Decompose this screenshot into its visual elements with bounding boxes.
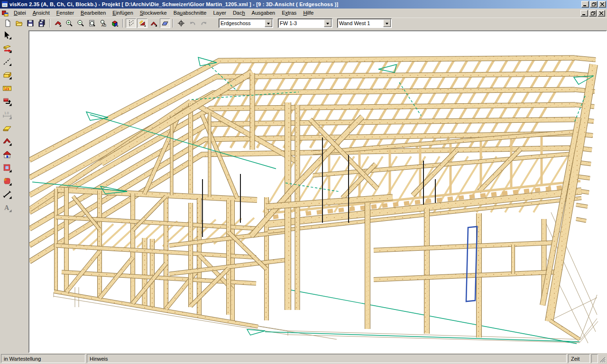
wall-combobox[interactable]: Wand West 1: [337, 18, 392, 28]
zoom-in-button[interactable]: [64, 18, 74, 28]
storey-value: Erdgeschoss: [219, 20, 264, 26]
svg-text:A: A: [4, 204, 9, 211]
roof-surfaces-button[interactable]: [160, 18, 170, 28]
save-all-button[interactable]: [37, 18, 47, 28]
menu-bar: Datei Ansicht Fenster Bearbeiten Einfüge…: [0, 9, 607, 18]
mdi-child-icon: [2, 10, 9, 17]
chevron-down-icon[interactable]: [383, 19, 391, 27]
menu-dach[interactable]: Dach: [230, 9, 248, 17]
application-window: visKon 2.35 (A, B, Ch, Ci, Blockb.) - Pr…: [0, 0, 607, 364]
menu-extras[interactable]: Extras: [278, 9, 300, 17]
chevron-down-icon[interactable]: [324, 19, 331, 27]
storey-combobox[interactable]: Erdgeschoss: [219, 18, 273, 28]
svg-text:1.0: 1.0: [4, 111, 9, 115]
menu-fenster[interactable]: Fenster: [53, 9, 77, 17]
menu-datei[interactable]: Datei: [10, 9, 29, 17]
svg-text:AΩ: AΩ: [101, 24, 106, 27]
menu-einfuegen[interactable]: Einfügen: [109, 9, 136, 17]
mdi-minimize-button[interactable]: [580, 10, 588, 17]
resize-grip[interactable]: [599, 354, 606, 363]
undo-button[interactable]: [187, 18, 198, 28]
menu-ausgaben[interactable]: Ausgaben: [248, 9, 279, 17]
mdi-close-button[interactable]: [598, 10, 605, 17]
frame-combobox[interactable]: FW 1-3: [278, 18, 332, 28]
status-extra: [591, 354, 598, 363]
text-tool-button[interactable]: A: [1, 202, 13, 213]
title-bar: visKon 2.35 (A, B, Ch, Ci, Blockb.) - Pr…: [0, 0, 607, 9]
construction-line-tool-button[interactable]: [1, 56, 13, 67]
chevron-down-icon[interactable]: [265, 19, 272, 27]
center-view-button[interactable]: [176, 18, 186, 28]
move-beam-tool-button[interactable]: [1, 96, 13, 107]
redo-button[interactable]: [199, 18, 209, 28]
surface-hatch-tool-button[interactable]: [1, 162, 13, 173]
insulation-tool-button[interactable]: [1, 175, 13, 187]
zoom-out-button[interactable]: [75, 18, 86, 28]
status-bar: in Wartestellung Hinweis Zeit: [0, 353, 607, 364]
select-tool-button[interactable]: [1, 29, 13, 41]
view-3d-button[interactable]: [110, 18, 120, 28]
frame-value: FW 1-3: [278, 20, 323, 26]
restore-button[interactable]: [590, 1, 598, 8]
roof-tool-button[interactable]: [1, 136, 13, 147]
menu-stockwerke[interactable]: Stockwerke: [137, 9, 170, 17]
menu-ansicht[interactable]: Ansicht: [29, 9, 53, 17]
line-tool-button[interactable]: [1, 189, 13, 200]
minimize-button[interactable]: [581, 1, 589, 8]
walls-visibility-button[interactable]: [126, 18, 136, 28]
toolbar-separator: [49, 19, 50, 27]
status-mode: in Wartestellung: [1, 354, 85, 363]
svg-text:123: 123: [4, 87, 9, 91]
3d-viewport[interactable]: [28, 30, 607, 353]
roof-section-button[interactable]: [53, 18, 63, 28]
beam-3d-tool-button[interactable]: [1, 69, 13, 81]
mdi-restore-button[interactable]: [589, 10, 597, 17]
status-time: Zeit: [568, 354, 590, 363]
menu-bearbeiten[interactable]: Bearbeiten: [77, 9, 109, 17]
insert-beam-tool-button[interactable]: [1, 43, 13, 54]
menu-hilfe[interactable]: Hilfe: [300, 9, 317, 17]
3d-canvas[interactable]: [29, 31, 606, 352]
dimension-tool-button[interactable]: 1.0: [1, 109, 13, 120]
status-hint: Hinweis: [87, 354, 567, 363]
menu-layer[interactable]: Layer: [210, 9, 230, 17]
save-button[interactable]: [25, 18, 36, 28]
open-button[interactable]: [14, 18, 24, 28]
tool-palette: 123 1.0 A: [0, 28, 14, 353]
window-title: visKon 2.35 (A, B, Ch, Ci, Blockb.) - Pr…: [9, 1, 579, 7]
main-toolbar: AΩ Erdgeschoss FW 1-3 Wand West 1: [0, 18, 607, 28]
roof-light-button[interactable]: [137, 18, 147, 28]
menu-bauabschnitte[interactable]: Bauabschnitte: [170, 9, 210, 17]
wall-value: Wand West 1: [338, 20, 383, 26]
toolbar-separator: [122, 19, 123, 27]
roof-view-button[interactable]: [148, 18, 159, 28]
selected-member[interactable]: [466, 227, 477, 301]
building-tool-button[interactable]: [1, 149, 13, 160]
close-button[interactable]: [598, 1, 606, 8]
plate-tool-button[interactable]: [1, 122, 13, 134]
zoom-page-button[interactable]: [87, 18, 97, 28]
app-icon: [1, 1, 8, 8]
zoom-text-button[interactable]: AΩ: [98, 18, 109, 28]
new-button[interactable]: [2, 18, 13, 28]
toolbar-separator: [173, 19, 174, 27]
measure-tool-button[interactable]: 123: [1, 82, 13, 94]
